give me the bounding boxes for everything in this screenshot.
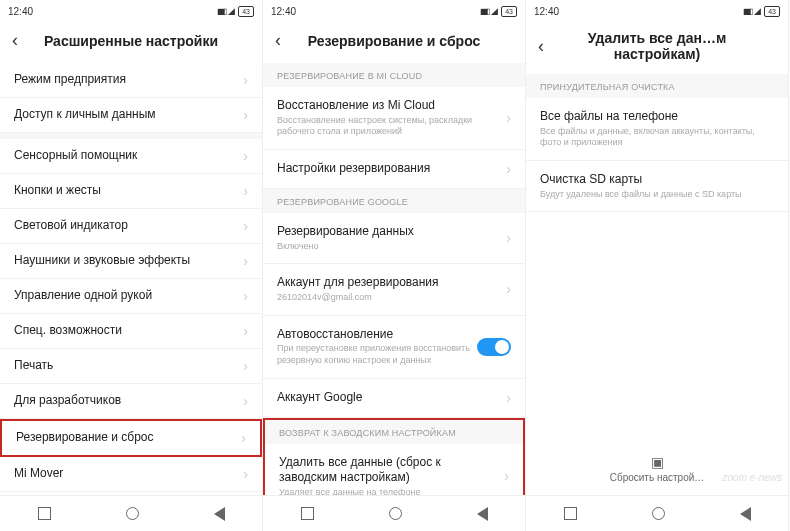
row-all-files-on-phone[interactable]: Все файлы на телефонеВсе файлы и данные,…	[526, 98, 788, 161]
nav-recent-button[interactable]	[564, 507, 577, 520]
back-icon[interactable]: ‹	[275, 30, 295, 51]
page-title: Резервирование и сброс	[295, 33, 513, 49]
row-restore-mi-cloud[interactable]: Восстановление из Mi CloudВосстановление…	[263, 87, 525, 150]
header: ‹ Резервирование и сброс	[263, 20, 525, 63]
nav-back-button[interactable]	[477, 507, 488, 521]
nav-bar	[0, 495, 262, 531]
nav-back-button[interactable]	[214, 507, 225, 521]
header: ‹ Удалить все дан…м настройкам)	[526, 20, 788, 74]
chevron-right-icon: ›	[241, 430, 246, 446]
row-privacy-access[interactable]: Доступ к личным данным›	[0, 98, 262, 133]
nav-bar	[526, 495, 788, 531]
row-clean-sd-card[interactable]: Очистка SD картыБудут удалены все файлы …	[526, 161, 788, 212]
status-bar: 12:40 ◢ 43	[526, 0, 788, 20]
signal-icon	[743, 6, 751, 16]
nav-home-button[interactable]	[126, 507, 139, 520]
signal-icon	[480, 6, 488, 16]
battery-icon: 43	[764, 6, 780, 17]
row-erase-all-data[interactable]: Удалить все данные (сброс к заводским на…	[263, 444, 525, 496]
back-icon[interactable]: ‹	[538, 36, 558, 57]
screen-erase-all-data: 12:40 ◢ 43 ‹ Удалить все дан…м настройка…	[526, 0, 789, 531]
page-title: Расширенные настройки	[32, 33, 250, 49]
chevron-right-icon: ›	[243, 218, 248, 234]
status-time: 12:40	[8, 6, 33, 17]
chevron-right-icon: ›	[506, 161, 511, 177]
status-time: 12:40	[534, 6, 559, 17]
status-bar: 12:40 ◢ 43	[0, 0, 262, 20]
nav-back-button[interactable]	[740, 507, 751, 521]
battery-icon: 43	[501, 6, 517, 17]
nav-home-button[interactable]	[652, 507, 665, 520]
nav-recent-button[interactable]	[38, 507, 51, 520]
nav-bar	[263, 495, 525, 531]
auto-restore-toggle[interactable]	[477, 338, 511, 356]
signal-icon	[217, 6, 225, 16]
chevron-right-icon: ›	[243, 253, 248, 269]
nav-recent-button[interactable]	[301, 507, 314, 520]
backup-reset-list: РЕЗЕРВИРОВАНИЕ В MI CLOUD Восстановление…	[263, 63, 525, 495]
page-title: Удалить все дан…м настройкам)	[558, 30, 776, 62]
row-backup-account[interactable]: Аккаунт для резервирования26102014v@gmai…	[263, 264, 525, 315]
chevron-right-icon: ›	[243, 323, 248, 339]
section-factory-reset: ВОЗВРАТ К ЗАВОДСКИМ НАСТРОЙКАМ	[263, 418, 525, 444]
status-icons: ◢ 43	[743, 6, 780, 17]
camera-reset-icon: ▣	[534, 454, 780, 470]
chevron-right-icon: ›	[506, 230, 511, 246]
row-auto-restore[interactable]: АвтовосстановлениеПри переустановке прил…	[263, 316, 525, 379]
chevron-right-icon: ›	[506, 110, 511, 126]
row-touch-assistant[interactable]: Сенсорный помощник›	[0, 139, 262, 174]
row-backup-settings[interactable]: Настройки резервирования ›	[263, 150, 525, 189]
section-force-clean: ПРИНУДИТЕЛЬНАЯ ОЧИСТКА	[526, 74, 788, 98]
row-mi-mover[interactable]: Mi Mover›	[0, 457, 262, 492]
status-icons: ◢ 43	[217, 6, 254, 17]
erase-options: ПРИНУДИТЕЛЬНАЯ ОЧИСТКА Все файлы на теле…	[526, 74, 788, 495]
network-icon: ◢	[491, 6, 498, 16]
battery-icon: 43	[238, 6, 254, 17]
chevron-right-icon: ›	[506, 390, 511, 406]
network-icon: ◢	[228, 6, 235, 16]
row-backup-data[interactable]: Резервирование данныхВключено ›	[263, 213, 525, 264]
chevron-right-icon: ›	[243, 288, 248, 304]
header: ‹ Расширенные настройки	[0, 20, 262, 63]
chevron-right-icon: ›	[506, 281, 511, 297]
chevron-right-icon: ›	[243, 393, 248, 409]
chevron-right-icon: ›	[243, 466, 248, 482]
chevron-right-icon: ›	[243, 148, 248, 164]
network-icon: ◢	[754, 6, 761, 16]
row-headphones-audio[interactable]: Наушники и звуковые эффекты›	[0, 244, 262, 279]
chevron-right-icon: ›	[243, 107, 248, 123]
chevron-right-icon: ›	[243, 72, 248, 88]
row-developer-options[interactable]: Для разработчиков›	[0, 384, 262, 419]
nav-home-button[interactable]	[389, 507, 402, 520]
section-mi-cloud: РЕЗЕРВИРОВАНИЕ В MI CLOUD	[263, 63, 525, 87]
row-google-account[interactable]: Аккаунт Google ›	[263, 379, 525, 418]
status-time: 12:40	[271, 6, 296, 17]
row-enterprise-mode[interactable]: Режим предприятия›	[0, 63, 262, 98]
chevron-right-icon: ›	[243, 183, 248, 199]
status-bar: 12:40 ◢ 43	[263, 0, 525, 20]
chevron-right-icon: ›	[243, 358, 248, 374]
screen-advanced-settings: 12:40 ◢ 43 ‹ Расширенные настройки Режим…	[0, 0, 263, 531]
back-icon[interactable]: ‹	[12, 30, 32, 51]
section-google-backup: РЕЗЕРВИРОВАНИЕ GOOGLE	[263, 189, 525, 213]
row-led-indicator[interactable]: Световой индикатор›	[0, 209, 262, 244]
row-buttons-gestures[interactable]: Кнопки и жесты›	[0, 174, 262, 209]
row-backup-reset[interactable]: Резервирование и сброс›	[0, 419, 262, 457]
row-print[interactable]: Печать›	[0, 349, 262, 384]
reset-settings-button[interactable]: ▣ Сбросить настрой…	[526, 446, 788, 491]
chevron-right-icon: ›	[504, 468, 509, 484]
row-accessibility[interactable]: Спец. возможности›	[0, 314, 262, 349]
status-icons: ◢ 43	[480, 6, 517, 17]
settings-list: Режим предприятия› Доступ к личным данны…	[0, 63, 262, 495]
screen-backup-reset: 12:40 ◢ 43 ‹ Резервирование и сброс РЕЗЕ…	[263, 0, 526, 531]
row-one-hand-mode[interactable]: Управление одной рукой›	[0, 279, 262, 314]
